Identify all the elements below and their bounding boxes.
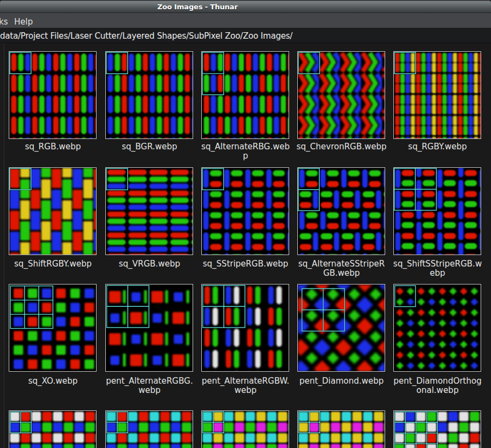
side-pane-strip	[0, 43, 4, 448]
file-name[interactable]: pent_AlternateRGBG.webp	[101, 377, 197, 395]
file-item[interactable]	[393, 410, 481, 448]
file-name[interactable]: sq_ShiftSStripeRGB.webp	[390, 259, 486, 278]
file-item[interactable]: sq_ShiftSStripeRGB.webp	[393, 167, 481, 255]
menubar: ks Help	[0, 13, 491, 28]
file-item[interactable]: pent_AlternateRGBW.webp	[201, 284, 289, 372]
file-name[interactable]: sq_ShiftRGBY.webp	[5, 259, 101, 269]
file-item[interactable]	[9, 410, 97, 448]
file-name[interactable]: pent_DiamondOrthogonal.webp	[390, 377, 486, 395]
file-item[interactable]: sq_BGR.webp	[105, 51, 193, 139]
file-thumbnail[interactable]	[105, 284, 193, 372]
file-thumbnail[interactable]	[201, 167, 289, 255]
thunar-window: Zoo Images - Thunar ks Help data/Project…	[0, 0, 491, 448]
location-path: data/Project Files/Laser Cutter/Layered …	[0, 31, 292, 41]
file-item[interactable]	[201, 410, 289, 448]
file-thumbnail[interactable]	[297, 410, 385, 448]
file-name[interactable]: sq_AlternateRBG.webp	[197, 142, 294, 161]
file-item[interactable]: pent_DiamondOrthogonal.webp	[393, 284, 481, 372]
file-thumbnail[interactable]	[9, 51, 97, 139]
file-item[interactable]: sq_RGB.webp	[9, 51, 97, 139]
icon-view[interactable]: sq_RGB.webp sq_BGR.webp sq_AlternateRBG.…	[0, 43, 491, 448]
file-name[interactable]: sq_RGB.webp	[5, 142, 101, 152]
file-thumbnail[interactable]	[9, 410, 97, 448]
file-thumbnail[interactable]	[105, 51, 193, 139]
file-name[interactable]: sq_BGR.webp	[101, 142, 197, 152]
file-item[interactable]: sq_VRGB.webp	[105, 167, 193, 255]
file-item[interactable]: sq_ShiftRGBY.webp	[9, 167, 97, 255]
file-thumbnail[interactable]	[201, 284, 289, 372]
file-name[interactable]: sq_AlternateSStripeRGB.webp	[294, 259, 390, 278]
file-thumbnail[interactable]	[105, 167, 193, 255]
side-pane-separator	[4, 43, 4, 448]
file-thumbnail[interactable]	[297, 284, 385, 372]
menu-item-help[interactable]: Help	[14, 17, 33, 27]
file-name[interactable]: sq_XO.webp	[5, 377, 101, 386]
file-name[interactable]: sq_VRGB.webp	[101, 259, 197, 269]
file-item[interactable]: pent_Diamond.webp	[297, 284, 385, 372]
window-titlebar[interactable]: Zoo Images - Thunar	[0, 0, 491, 13]
file-thumbnail[interactable]	[297, 51, 385, 139]
file-thumbnail[interactable]	[201, 410, 289, 448]
file-thumbnail[interactable]	[393, 51, 481, 139]
file-thumbnail[interactable]	[201, 51, 289, 139]
file-item[interactable]	[297, 410, 385, 448]
file-thumbnail[interactable]	[393, 410, 481, 448]
file-item[interactable]: sq_XO.webp	[9, 284, 97, 372]
menu-item-bookmarks-fragment[interactable]: ks	[0, 17, 8, 27]
file-name[interactable]: sq_SStripeRGB.webp	[197, 259, 294, 269]
file-thumbnail[interactable]	[9, 284, 97, 372]
file-item[interactable]: sq_AlternateRBG.webp	[201, 51, 289, 139]
file-name[interactable]: sq_ChevronRGB.webp	[294, 142, 390, 152]
file-thumbnail[interactable]	[393, 284, 481, 372]
file-thumbnail[interactable]	[9, 167, 97, 255]
file-thumbnail[interactable]	[393, 167, 481, 255]
file-item[interactable]: sq_AlternateSStripeRGB.webp	[297, 167, 385, 255]
file-item[interactable]	[105, 410, 193, 448]
file-item[interactable]: sq_RGBY.webp	[393, 51, 481, 139]
location-bar[interactable]: data/Project Files/Laser Cutter/Layered …	[0, 28, 491, 43]
file-thumbnail[interactable]	[105, 410, 193, 448]
file-item[interactable]: sq_ChevronRGB.webp	[297, 51, 385, 139]
file-item[interactable]: pent_AlternateRGBG.webp	[105, 284, 193, 372]
window-title: Zoo Images - Thunar	[0, 3, 395, 11]
file-item[interactable]: sq_SStripeRGB.webp	[201, 167, 289, 255]
file-thumbnail[interactable]	[297, 167, 385, 255]
file-name[interactable]: sq_RGBY.webp	[390, 142, 486, 152]
file-name[interactable]: pent_AlternateRGBW.webp	[197, 377, 294, 395]
file-name[interactable]: pent_Diamond.webp	[294, 377, 390, 386]
